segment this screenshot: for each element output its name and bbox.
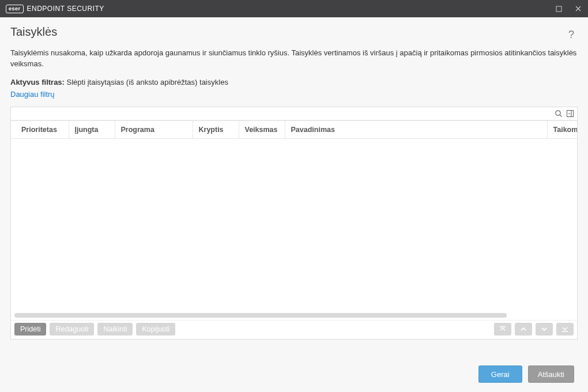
move-top-button[interactable] [494,323,511,336]
help-icon[interactable]: ? [568,29,578,41]
table-header-wrap: Prioritetas Įjungta Programa Kryptis Vei… [11,120,577,139]
col-program[interactable]: Programa [115,120,193,138]
active-filter-value: Slėpti įtaisytąsias (iš anksto apibrėžta… [67,78,228,86]
brand-badge: eser [6,5,24,13]
col-name[interactable]: Pavadinimas [285,120,547,138]
move-down-button[interactable] [536,323,553,336]
table-header-row: Prioritetas Įjungta Programa Kryptis Vei… [11,120,577,138]
window-controls [549,0,588,17]
close-button[interactable] [568,0,588,17]
more-filters-link[interactable]: Daugiau filtrų [10,90,578,99]
active-filter-label: Aktyvus filtras: [10,78,65,86]
col-direction[interactable]: Kryptis [193,120,239,138]
horizontal-scrollbar[interactable] [11,312,577,320]
move-up-button[interactable] [515,323,532,336]
cancel-button[interactable]: Atšaukti [528,365,574,383]
page-header: Taisyklės ? [10,25,578,44]
edit-button[interactable]: Redaguoti [50,323,94,336]
search-icon[interactable] [554,109,563,118]
table-toolbar [11,107,577,120]
active-filter-line: Aktyvus filtras: Slėpti įtaisytąsias (iš… [10,78,578,86]
dialog-footer: Gerai Atšaukti [10,356,578,392]
table-empty-body [11,139,577,312]
copy-button[interactable]: Kopijuoti [136,323,175,336]
delete-button[interactable]: Naikinti [97,323,133,336]
add-button[interactable]: Pridėti [14,323,46,336]
move-bottom-button[interactable] [556,323,574,336]
svg-point-1 [556,110,560,115]
svg-line-2 [560,115,561,116]
col-action[interactable]: Veiksmas [239,120,285,138]
columns-icon[interactable] [566,109,575,118]
col-applies[interactable]: Taikoma [547,120,577,138]
page-description: Taisyklėmis nusakoma, kaip užkarda apdor… [10,48,578,70]
svg-rect-0 [556,6,561,12]
brand: eser ENDPOINT SECURITY [6,5,104,13]
titlebar: eser ENDPOINT SECURITY [0,0,588,17]
col-enabled[interactable]: Įjungta [69,120,115,138]
product-name: ENDPOINT SECURITY [27,5,104,13]
rules-table: Prioritetas Įjungta Programa Kryptis Vei… [11,120,577,139]
table-panel-footer: Pridėti Redaguoti Naikinti Kopijuoti [11,320,577,339]
rules-table-panel: Prioritetas Įjungta Programa Kryptis Vei… [10,107,578,340]
horizontal-scrollbar-thumb[interactable] [14,313,507,318]
ok-button[interactable]: Gerai [478,365,522,383]
col-priority[interactable]: Prioritetas [11,120,69,138]
page-title: Taisyklės [10,25,57,39]
maximize-button[interactable] [549,0,568,17]
content: Taisyklės ? Taisyklėmis nusakoma, kaip u… [0,17,588,392]
